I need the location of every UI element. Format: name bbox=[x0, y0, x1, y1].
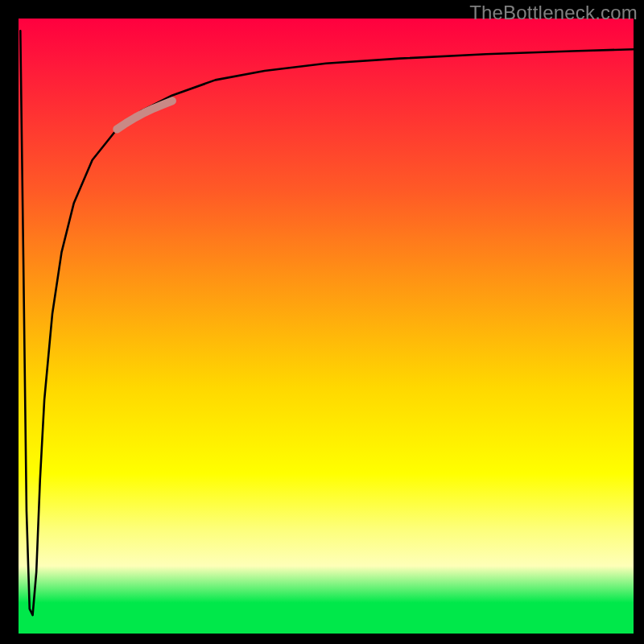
series-highlight-segment bbox=[117, 101, 172, 129]
watermark-text: TheBottleneck.com bbox=[469, 2, 638, 24]
series-group bbox=[20, 31, 634, 615]
curve-svg bbox=[19, 19, 634, 634]
series-bottleneck-curve bbox=[20, 31, 634, 615]
plot-area bbox=[19, 19, 634, 634]
chart-frame: TheBottleneck.com bbox=[0, 0, 644, 644]
